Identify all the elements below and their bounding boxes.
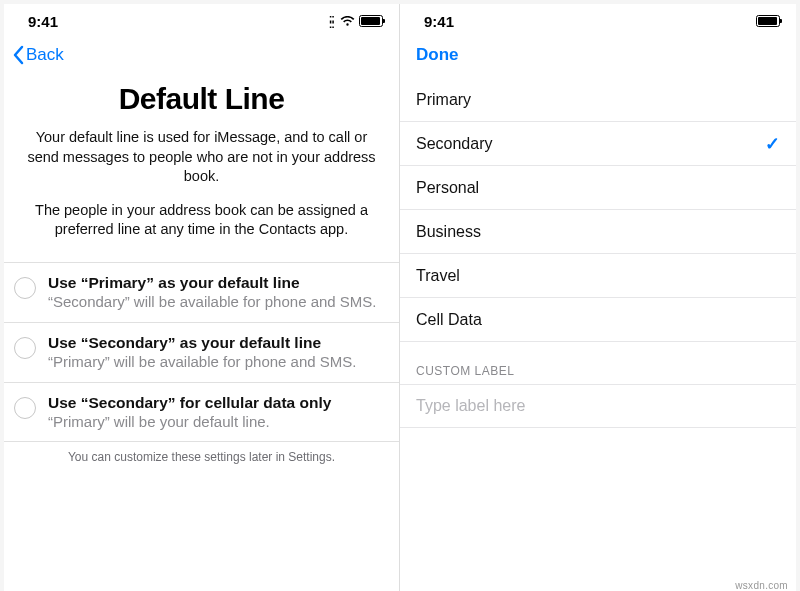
battery-icon <box>359 15 383 27</box>
option-subtitle: “Primary” will be available for phone an… <box>48 352 356 372</box>
option-subtitle: “Primary” will be your default line. <box>48 412 331 432</box>
label-list: Primary Secondary ✓ Personal Business Tr… <box>400 78 796 342</box>
label-item-primary[interactable]: Primary <box>400 78 796 122</box>
option-primary-default[interactable]: Use “Primary” as your default line “Seco… <box>4 263 399 323</box>
done-button[interactable]: Done <box>408 45 459 65</box>
radio-unselected-icon <box>14 277 36 299</box>
status-right: :::: <box>329 13 383 30</box>
status-right <box>756 15 780 27</box>
radio-unselected-icon <box>14 397 36 419</box>
label-picker-screen: 9:41 Done Primary Secondary ✓ Personal B… <box>400 4 796 591</box>
custom-label-input[interactable] <box>400 384 796 428</box>
label-text: Cell Data <box>416 311 482 329</box>
status-time: 9:41 <box>28 13 58 30</box>
label-item-cell-data[interactable]: Cell Data <box>400 298 796 342</box>
options-list: Use “Primary” as your default line “Seco… <box>4 262 399 443</box>
status-bar: 9:41 :::: <box>4 4 399 38</box>
option-title: Use “Secondary” for cellular data only <box>48 393 331 412</box>
option-title: Use “Primary” as your default line <box>48 273 377 292</box>
dual-sim-icon: :::: <box>329 15 334 27</box>
back-button[interactable]: Back <box>12 45 64 65</box>
label-item-travel[interactable]: Travel <box>400 254 796 298</box>
watermark: wsxdn.com <box>735 580 788 591</box>
option-secondary-default[interactable]: Use “Secondary” as your default line “Pr… <box>4 323 399 383</box>
default-line-screen: 9:41 :::: Back Default Line Your default… <box>4 4 400 591</box>
description-2: The people in your address book can be a… <box>4 201 399 240</box>
footnote: You can customize these settings later i… <box>4 442 399 464</box>
page-title: Default Line <box>4 82 399 116</box>
label-item-personal[interactable]: Personal <box>400 166 796 210</box>
label-text: Travel <box>416 267 460 285</box>
label-text: Business <box>416 223 481 241</box>
status-time: 9:41 <box>424 13 454 30</box>
nav-bar: Done <box>400 38 796 72</box>
label-item-business[interactable]: Business <box>400 210 796 254</box>
custom-label-section: CUSTOM LABEL <box>400 342 796 384</box>
status-bar: 9:41 <box>400 4 796 38</box>
option-secondary-data-only[interactable]: Use “Secondary” for cellular data only “… <box>4 383 399 443</box>
label-item-secondary[interactable]: Secondary ✓ <box>400 122 796 166</box>
wifi-icon <box>340 13 355 30</box>
description-1: Your default line is used for iMessage, … <box>4 128 399 187</box>
chevron-left-icon <box>12 45 24 65</box>
nav-bar: Back <box>4 38 399 72</box>
label-text: Primary <box>416 91 471 109</box>
checkmark-icon: ✓ <box>765 133 780 155</box>
back-label: Back <box>26 45 64 65</box>
radio-unselected-icon <box>14 337 36 359</box>
option-subtitle: “Secondary” will be available for phone … <box>48 292 377 312</box>
battery-icon <box>756 15 780 27</box>
option-title: Use “Secondary” as your default line <box>48 333 356 352</box>
label-text: Secondary <box>416 135 493 153</box>
label-text: Personal <box>416 179 479 197</box>
